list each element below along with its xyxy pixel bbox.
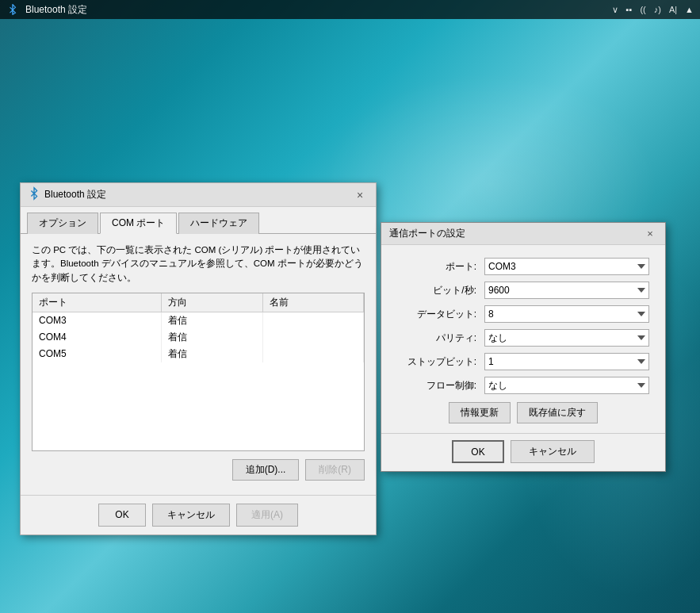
settings-select-stopbits[interactable]: 1	[484, 353, 649, 370]
com-settings-ok-button[interactable]: OK	[452, 440, 503, 463]
taskbar-title: Bluetooth 設定	[25, 3, 87, 17]
com-settings-title: 通信ポートの設定	[389, 227, 643, 240]
tab-hardware[interactable]: ハードウェア	[178, 213, 259, 234]
settings-label-stopbits: ストップビット:	[397, 355, 484, 369]
taskbar: Bluetooth 設定 ∨ ▪▪ (( ♪) A| ▲	[0, 0, 700, 19]
tab-com-ports[interactable]: COM ポート	[100, 213, 177, 234]
bluetooth-dialog-icon	[29, 186, 40, 203]
com-port-button-row: 追加(D)... 削除(R)	[32, 459, 365, 481]
table-row[interactable]: COM4着信	[33, 329, 364, 346]
cell-port: COM4	[33, 329, 162, 346]
cell-direction: 着信	[162, 329, 262, 346]
refresh-button[interactable]: 情報更新	[449, 402, 511, 423]
cell-port: COM5	[33, 346, 162, 362]
cell-direction: 着信	[162, 312, 262, 329]
table-row[interactable]: COM5着信	[33, 346, 364, 362]
tab-bar: オプション COM ポート ハードウェア	[21, 207, 376, 234]
settings-select-parity[interactable]: なし	[484, 329, 649, 347]
bluetooth-settings-dialog: Bluetooth 設定 × オプション COM ポート ハードウェア この P…	[20, 182, 377, 535]
settings-row-stopbits: ストップビット:1	[397, 353, 649, 370]
dialog-description: この PC では、下の一覧に表示された COM (シリアル) ポートが使用されて…	[32, 243, 365, 285]
col-header-name: 名前	[262, 293, 363, 312]
bluetooth-apply-button[interactable]: 適用(A)	[236, 504, 298, 527]
cell-name	[262, 312, 363, 329]
settings-select-port[interactable]: COM3	[484, 258, 649, 275]
com-settings-cancel-button[interactable]: キャンセル	[511, 440, 595, 463]
bluetooth-ok-button[interactable]: OK	[98, 504, 146, 527]
settings-row-parity: パリティ:なし	[397, 329, 649, 347]
cell-name	[262, 346, 363, 362]
settings-select-bps[interactable]: 9600	[484, 282, 649, 299]
bluetooth-dialog-titlebar[interactable]: Bluetooth 設定 ×	[21, 183, 376, 207]
cell-port: COM3	[33, 312, 162, 329]
settings-select-databits[interactable]: 8	[484, 305, 649, 323]
taskbar-right: ∨ ▪▪ (( ♪) A| ▲	[612, 5, 694, 15]
bluetooth-taskbar-icon	[6, 3, 19, 16]
com-settings-titlebar[interactable]: 通信ポートの設定 ×	[381, 223, 665, 245]
settings-row-port: ポート:COM3	[397, 258, 649, 275]
tab-options[interactable]: オプション	[27, 213, 98, 234]
settings-label-port: ポート:	[397, 260, 484, 274]
col-header-direction: 方向	[162, 293, 262, 312]
settings-label-parity: パリティ:	[397, 331, 484, 345]
settings-select-flow[interactable]: なし	[484, 377, 649, 394]
com-settings-dialog: 通信ポートの設定 × ポート:COM3ビット/秒:9600データビット:8パリテ…	[381, 222, 666, 472]
taskbar-icon-volume: ♪)	[654, 5, 661, 14]
cell-name	[262, 329, 363, 346]
bluetooth-dialog-close[interactable]: ×	[352, 187, 368, 203]
bluetooth-dialog-title: Bluetooth 設定	[44, 188, 352, 201]
settings-label-databits: データビット:	[397, 308, 484, 321]
bluetooth-dialog-footer: OK キャンセル 適用(A)	[21, 495, 376, 534]
cell-direction: 着信	[162, 346, 262, 362]
bluetooth-cancel-button[interactable]: キャンセル	[152, 504, 230, 527]
settings-label-bps: ビット/秒:	[397, 284, 484, 297]
com-settings-body: ポート:COM3ビット/秒:9600データビット:8パリティ:なしストップビット…	[381, 245, 665, 433]
taskbar-icon-app: ▲	[685, 5, 694, 14]
settings-row-flow: フロー制御:なし	[397, 377, 649, 394]
com-settings-action-buttons: 情報更新 既存値に戻す	[397, 402, 649, 423]
remove-button[interactable]: 削除(R)	[305, 459, 365, 481]
taskbar-icon-wifi: ((	[640, 5, 645, 14]
table-row[interactable]: COM3着信	[33, 312, 364, 329]
add-button[interactable]: 追加(D)...	[232, 459, 300, 481]
settings-row-bps: ビット/秒:9600	[397, 282, 649, 299]
settings-label-flow: フロー制御:	[397, 379, 484, 393]
com-settings-footer: OK キャンセル	[381, 433, 665, 471]
col-header-port: ポート	[33, 293, 162, 312]
taskbar-icon-battery: ▪▪	[626, 5, 633, 14]
taskbar-icon-chevron: ∨	[612, 5, 618, 15]
taskbar-icon-lang: A|	[669, 5, 677, 14]
bluetooth-dialog-body: この PC では、下の一覧に表示された COM (シリアル) ポートが使用されて…	[21, 234, 376, 495]
com-settings-close-button[interactable]: ×	[643, 227, 657, 241]
com-port-table: ポート 方向 名前 COM3着信COM4着信COM5着信	[33, 293, 364, 362]
com-port-table-container: ポート 方向 名前 COM3着信COM4着信COM5着信	[32, 293, 365, 451]
restore-button[interactable]: 既存値に戻す	[517, 402, 598, 423]
settings-row-databits: データビット:8	[397, 305, 649, 323]
